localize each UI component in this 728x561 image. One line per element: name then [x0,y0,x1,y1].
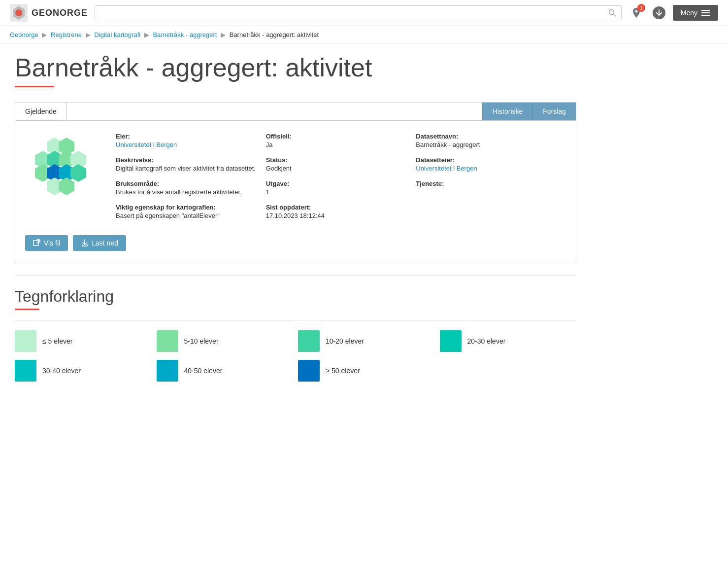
tjeneste-item: Tjeneste: [416,180,556,187]
beskrivelse-item: Beskrivelse: Digital kartografi som vise… [116,156,256,172]
eier-value[interactable]: Universitetet i Bergen [116,141,256,148]
svg-line-4 [613,14,616,17]
search-input[interactable] [100,9,604,17]
legend-label: 30-40 elever [42,367,81,375]
legend-swatch [15,360,36,382]
download-small-icon [81,239,89,247]
beskrivelse-value: Digital kartografi som viser aktivitet f… [116,165,256,172]
datasett-eier-item: Datasetteier: Universitetet i Bergen [416,156,556,172]
legend-underline [15,309,39,310]
legend-item: ≤ 5 elever [15,330,152,352]
sist-label: Sist oppdatert: [266,204,406,211]
download-icon [652,6,666,20]
header-icons: 1 Meny [628,4,718,22]
utgave-value: 1 [266,188,406,196]
info-col-1: Eier: Universitetet i Bergen Beskrivelse… [116,133,266,227]
breadcrumb-link-registrene[interactable]: Registrene [51,31,82,38]
legend-label: > 50 elever [326,367,360,375]
datasett-eier-value[interactable]: Universitetet i Bergen [416,165,556,172]
legend-item: 5-10 elever [157,330,294,352]
breadcrumb-link-digital[interactable]: Digital kartografi [94,31,140,38]
search-bar[interactable] [95,5,622,20]
breadcrumb-link-geonorge[interactable]: Geonorge [10,31,38,38]
breadcrumb-sep-1: ▶ [42,31,47,38]
main-separator [15,275,576,276]
legend-item: > 50 elever [298,360,435,382]
viktig-label: Viktig egenskap for kartografien: [116,204,256,211]
offisiell-item: Offisiell: Ja [266,133,406,148]
offisiell-label: Offisiell: [266,133,406,140]
legend-item: 10-20 elever [298,330,435,352]
breadcrumb-sep-3: ▶ [144,31,149,38]
breadcrumb-sep-4: ▶ [221,31,226,38]
sist-value: 17.10.2023 18:12:44 [266,212,406,219]
legend-label: ≤ 5 elever [42,337,72,345]
info-col-2: Offisiell: Ja Status: Godkjent Utgave: 1… [266,133,416,227]
svg-point-2 [15,9,22,16]
bruksomrade-value: Brukes for å vise antall registrerte akt… [116,188,256,196]
beskrivelse-label: Beskrivelse: [116,156,256,164]
sist-item: Sist oppdatert: 17.10.2023 18:12:44 [266,204,406,219]
tab-forslag[interactable]: Forslag [532,103,576,120]
last-ned-button[interactable]: Last ned [73,235,126,251]
datasett-eier-label: Datasetteier: [416,156,556,164]
breadcrumb-link-barnetrakkk[interactable]: Barnetråkk - aggregert [153,31,217,38]
datasett-value: Barnetråkk - aggregert [416,141,556,148]
legend-grid: ≤ 5 elever 5-10 elever 10-20 elever 20-3… [15,330,576,382]
svg-marker-17 [59,177,74,195]
viktig-item: Viktig egenskap for kartografien: Basert… [116,204,256,219]
legend-item: 30-40 elever [15,360,152,382]
logo-area: GEONORGE [10,4,89,22]
menu-button[interactable]: Meny [673,5,718,21]
legend-label: 40-50 elever [184,367,223,375]
legend-swatch [157,330,178,352]
utgave-label: Utgave: [266,180,406,187]
logo-text: GEONORGE [32,8,88,18]
status-item: Status: Godkjent [266,156,406,172]
main-content: Barnetråkk - aggregert: aktivitet Gjelde… [0,44,591,401]
bruksomrade-label: Bruksområde: [116,180,256,187]
title-underline [15,86,54,87]
vis-fil-button[interactable]: Vis fil [25,235,68,251]
svg-marker-15 [70,164,86,182]
thumbnail-image [25,133,104,202]
notification-badge: 1 [637,4,645,12]
eier-label: Eier: [116,133,256,140]
legend-section: Tegnforklaring ≤ 5 elever 5-10 elever 10… [15,287,576,382]
legend-item: 20-30 elever [440,330,577,352]
status-label: Status: [266,156,406,164]
tjeneste-label: Tjeneste: [416,180,556,187]
legend-swatch [298,360,320,382]
menu-lines-icon [701,10,710,16]
last-ned-label: Last ned [92,239,118,247]
legend-item: 40-50 elever [157,360,294,382]
legend-swatch [440,330,462,352]
status-value: Godkjent [266,165,406,172]
info-section: Eier: Universitetet i Bergen Beskrivelse… [25,133,566,227]
legend-swatch [157,360,178,382]
legend-separator [15,320,576,320]
legend-swatch [15,330,36,352]
info-columns: Eier: Universitetet i Bergen Beskrivelse… [116,133,566,227]
legend-title: Tegnforklaring [15,287,576,306]
offisiell-value: Ja [266,141,406,148]
tab-gjeldende[interactable]: Gjeldende [15,103,67,120]
location-icon-btn[interactable]: 1 [628,4,645,22]
tab-historiske[interactable]: Historiske [482,103,532,120]
breadcrumb-current: Barnetråkk - aggregert: aktivitet [230,31,319,38]
legend-label: 20-30 elever [467,337,506,345]
action-buttons: Vis fil Last ned [25,235,566,251]
search-icon [608,9,616,17]
breadcrumb-sep-2: ▶ [86,31,91,38]
svg-point-3 [609,10,614,15]
legend-swatch [298,330,320,352]
datasett-item: Datasettnavn: Barnetråkk - aggregert [416,133,556,148]
vis-fil-label: Vis fil [44,239,60,247]
menu-label: Meny [681,9,697,17]
download-icon-btn[interactable] [650,4,668,22]
utgave-item: Utgave: 1 [266,180,406,196]
viktig-value: Basert på egenskapen "antallElever" [116,212,256,219]
legend-label: 10-20 elever [326,337,364,345]
eier-item: Eier: Universitetet i Bergen [116,133,256,148]
bruksomrade-item: Bruksområde: Brukes for å vise antall re… [116,180,256,196]
